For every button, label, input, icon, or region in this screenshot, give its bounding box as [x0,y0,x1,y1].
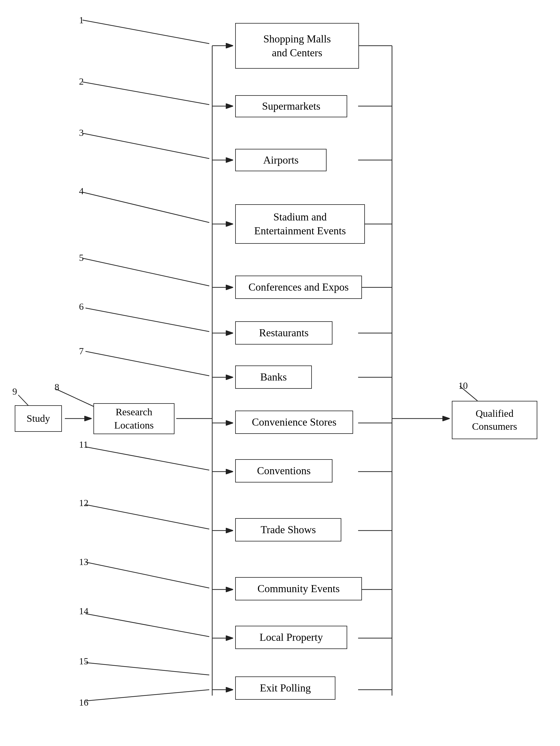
label-1: 1 [79,15,84,26]
label-16: 16 [79,697,88,708]
svg-line-38 [86,351,209,376]
svg-line-43 [86,663,209,675]
label-9: 9 [12,386,17,397]
svg-line-42 [86,614,209,637]
svg-line-37 [86,308,209,332]
restaurants-box: Restaurants [235,321,332,345]
tradeshows-box: Trade Shows [235,518,341,541]
svg-line-32 [83,20,209,44]
svg-line-33 [83,82,209,105]
airports-box: Airports [235,149,327,171]
svg-line-34 [83,133,209,159]
label-5: 5 [79,252,84,263]
community-box: Community Events [235,577,362,600]
conferences-box: Conferences and Expos [235,276,362,299]
exitpolling-box: Exit Polling [235,677,335,700]
svg-line-36 [83,258,209,286]
convenience-box: Convenience Stores [235,410,353,434]
label-3: 3 [79,127,84,138]
svg-line-46 [18,395,29,407]
diagram: Study 9 Research Locations 8 Qualified C… [0,0,560,746]
label-10: 10 [458,380,468,391]
banks-box: Banks [235,366,312,389]
svg-line-39 [86,447,209,470]
stadium-box: Stadium and Entertainment Events [235,204,365,244]
svg-line-35 [83,192,209,223]
label-8: 8 [55,382,59,393]
label-7: 7 [79,346,84,356]
label-14: 14 [79,606,88,616]
svg-line-41 [86,562,209,588]
conventions-box: Conventions [235,459,332,483]
label-11: 11 [79,439,88,450]
label-13: 13 [79,556,88,567]
label-4: 4 [79,186,84,197]
localproperty-box: Local Property [235,626,347,649]
supermarkets-box: Supermarkets [235,95,347,117]
label-12: 12 [79,497,88,509]
study-box: Study [15,405,62,432]
qualified-box: Qualified Consumers [452,401,537,439]
label-6: 6 [79,301,84,312]
research-box: Research Locations [93,403,175,434]
svg-line-44 [86,690,209,701]
shopping-box: Shopping Malls and Centers [235,23,359,69]
svg-line-45 [56,389,94,407]
label-2: 2 [79,76,84,87]
label-15: 15 [79,656,88,667]
svg-line-40 [86,505,209,529]
